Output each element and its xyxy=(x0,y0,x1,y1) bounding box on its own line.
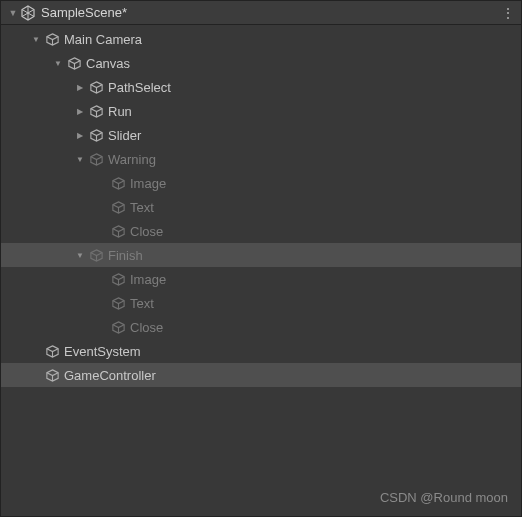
foldout-icon[interactable]: ▶ xyxy=(73,107,87,116)
item-label: Text xyxy=(130,200,154,215)
item-canvas[interactable]: ▼ Canvas xyxy=(1,51,521,75)
item-label: Text xyxy=(130,296,154,311)
gameobject-icon xyxy=(109,294,127,312)
item-label: Slider xyxy=(108,128,141,143)
watermark-text: CSDN @Round moon xyxy=(380,490,508,505)
item-gamecontroller[interactable]: ▶ GameController xyxy=(1,363,521,387)
foldout-icon[interactable]: ▼ xyxy=(51,59,65,68)
item-finish-text[interactable]: ▶ Text xyxy=(1,291,521,315)
gameobject-icon xyxy=(43,342,61,360)
gameobject-icon xyxy=(43,30,61,48)
gameobject-icon xyxy=(65,54,83,72)
item-warning-image[interactable]: ▶ Image xyxy=(1,171,521,195)
hierarchy-panel: ▼ SampleScene* ⋮ ▼ Main Camera ▼ xyxy=(0,0,522,517)
item-label: Image xyxy=(130,272,166,287)
item-label: Warning xyxy=(108,152,156,167)
item-label: PathSelect xyxy=(108,80,171,95)
foldout-icon[interactable]: ▼ xyxy=(73,155,87,164)
panel-header: ▼ SampleScene* ⋮ xyxy=(1,1,521,25)
header-foldout[interactable]: ▼ xyxy=(7,7,19,19)
gameobject-icon xyxy=(87,246,105,264)
item-run[interactable]: ▶ Run xyxy=(1,99,521,123)
item-label: Main Camera xyxy=(64,32,142,47)
unity-logo-icon xyxy=(19,4,37,22)
gameobject-icon xyxy=(109,222,127,240)
item-warning-close[interactable]: ▶ Close xyxy=(1,219,521,243)
item-eventsystem[interactable]: ▶ EventSystem xyxy=(1,339,521,363)
gameobject-icon xyxy=(43,366,61,384)
item-label: Image xyxy=(130,176,166,191)
foldout-icon[interactable]: ▶ xyxy=(73,131,87,140)
kebab-menu-icon[interactable]: ⋮ xyxy=(501,5,521,21)
item-main-camera[interactable]: ▼ Main Camera xyxy=(1,27,521,51)
item-label: Close xyxy=(130,320,163,335)
foldout-icon[interactable]: ▼ xyxy=(29,35,43,44)
item-pathselect[interactable]: ▶ PathSelect xyxy=(1,75,521,99)
item-label: EventSystem xyxy=(64,344,141,359)
item-label: Canvas xyxy=(86,56,130,71)
gameobject-icon xyxy=(87,78,105,96)
item-label: Finish xyxy=(108,248,143,263)
item-warning-text[interactable]: ▶ Text xyxy=(1,195,521,219)
gameobject-icon xyxy=(109,318,127,336)
item-finish-image[interactable]: ▶ Image xyxy=(1,267,521,291)
item-label: Run xyxy=(108,104,132,119)
item-slider[interactable]: ▶ Slider xyxy=(1,123,521,147)
gameobject-icon xyxy=(87,150,105,168)
gameobject-icon xyxy=(109,174,127,192)
gameobject-icon xyxy=(87,102,105,120)
gameobject-icon xyxy=(109,198,127,216)
gameobject-icon xyxy=(109,270,127,288)
gameobject-icon xyxy=(87,126,105,144)
item-label: GameController xyxy=(64,368,156,383)
item-finish[interactable]: ▼ Finish xyxy=(1,243,521,267)
foldout-icon[interactable]: ▼ xyxy=(73,251,87,260)
scene-title: SampleScene* xyxy=(41,5,501,20)
item-warning[interactable]: ▼ Warning xyxy=(1,147,521,171)
item-finish-close[interactable]: ▶ Close xyxy=(1,315,521,339)
item-label: Close xyxy=(130,224,163,239)
foldout-icon[interactable]: ▶ xyxy=(73,83,87,92)
hierarchy-tree: ▼ Main Camera ▼ Canvas ▶ PathSelect ▶ xyxy=(1,25,521,387)
